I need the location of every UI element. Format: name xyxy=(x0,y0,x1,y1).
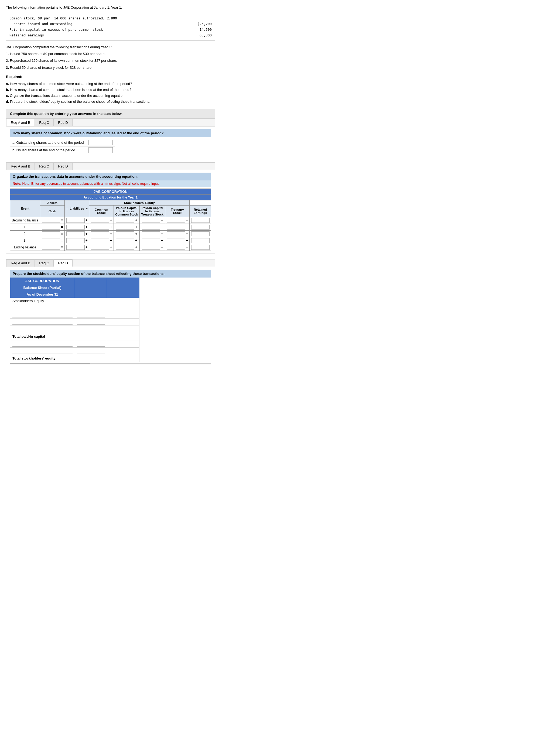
pit-2-input[interactable] xyxy=(142,231,160,236)
req-c-header-text: Organize the transactions data in accoun… xyxy=(13,175,138,179)
liab-2-input[interactable] xyxy=(66,231,85,236)
cs-1-input[interactable] xyxy=(91,225,109,230)
se-val-input-1a[interactable] xyxy=(77,305,105,310)
ts-val-input-a[interactable] xyxy=(77,348,105,354)
cs-beginning-input[interactable] xyxy=(91,218,109,223)
ts-3-input[interactable] xyxy=(167,238,185,243)
req-a-input[interactable] xyxy=(88,140,113,145)
se-label-input-3[interactable] xyxy=(12,319,73,325)
re-2-input[interactable] xyxy=(191,231,210,236)
cash-beginning: = xyxy=(40,217,65,224)
tab-req-ab-1[interactable]: Req A and B xyxy=(6,119,35,126)
liab-beginning: + xyxy=(65,217,89,224)
re-label-input[interactable] xyxy=(12,341,73,347)
se-label-input-4[interactable] xyxy=(12,327,73,332)
acct-table-title: Accounting Equation for the Year 1 xyxy=(10,194,211,200)
bal-as-of: As of December 31 xyxy=(10,291,75,298)
total-se-val-2 xyxy=(107,355,139,362)
tab-bar-3: Req A and B Req C Req D xyxy=(6,259,215,267)
transactions-section: JAE Corporation completed the following … xyxy=(6,44,215,71)
total-se-input[interactable] xyxy=(109,356,137,361)
bal-title-col-1 xyxy=(75,284,107,291)
re-val-input-a[interactable] xyxy=(77,341,105,347)
cash-beginning-input[interactable] xyxy=(42,218,60,223)
cash-3-input[interactable] xyxy=(42,238,60,243)
re-1-input[interactable] xyxy=(191,225,210,230)
cash-end-input[interactable] xyxy=(42,245,60,250)
ts-beginning-input[interactable] xyxy=(167,218,185,223)
se-input-val-1a xyxy=(75,304,107,311)
req-b-input-cell xyxy=(86,146,115,154)
ts-label-input[interactable] xyxy=(12,348,73,354)
ts-input-label xyxy=(10,347,75,355)
req-d-header: Prepare the stockholders' equity section… xyxy=(10,270,211,278)
pic-beginning-input[interactable] xyxy=(116,218,134,223)
pit-beginning-input[interactable] xyxy=(142,218,160,223)
liab-end-input[interactable] xyxy=(66,245,85,250)
required-section: Required: a. How many shares of common s… xyxy=(6,74,215,105)
pic-1-input[interactable] xyxy=(116,225,134,230)
cash-1-input[interactable] xyxy=(42,225,60,230)
se-val-input-4a[interactable] xyxy=(77,327,105,332)
pic-beginning: + xyxy=(114,217,139,224)
tab-req-c-3[interactable]: Req C xyxy=(35,259,54,267)
se-val-input-3a[interactable] xyxy=(77,319,105,325)
req-d-header-text: Prepare the stockholders' equity section… xyxy=(13,272,165,276)
liab-1-input[interactable] xyxy=(66,225,85,230)
tab-req-c-2[interactable]: Req C xyxy=(35,163,54,170)
total-paid-in-input-1[interactable] xyxy=(77,334,105,339)
pic-end-input[interactable] xyxy=(116,245,134,250)
req-c-note-label: Note: Note: Enter any decreases to accou… xyxy=(13,182,160,186)
se-val-input-2a[interactable] xyxy=(77,312,105,317)
ts-2-input[interactable] xyxy=(167,231,185,236)
pic-2-input[interactable] xyxy=(116,231,134,236)
pic-3-input[interactable] xyxy=(116,238,134,243)
tab-req-d-1[interactable]: Req D xyxy=(53,119,73,126)
pit-1-input[interactable] xyxy=(142,225,160,230)
row-1: 1. = + + + − + xyxy=(10,224,211,230)
event-2: 2. xyxy=(10,230,40,237)
req-ab-section: Req A and B Req C Req D How many shares … xyxy=(6,119,215,157)
event-ending: Ending balance xyxy=(10,244,40,251)
col-paid-excess-treasury: Paid-in CapitalIn ExcessTreasury Stock xyxy=(140,205,165,217)
acct-eq-wrapper: JAE CORPORATION Accounting Equation for … xyxy=(10,189,211,251)
re-beginning-input[interactable] xyxy=(191,218,210,223)
tab-req-d-2[interactable]: Req D xyxy=(53,163,73,170)
se-input-val-4a xyxy=(75,326,107,333)
re-row xyxy=(10,340,139,347)
liab-3-input[interactable] xyxy=(66,238,85,243)
pit-3-input[interactable] xyxy=(142,238,160,243)
liab-beginning-input[interactable] xyxy=(66,218,85,223)
bal-col-1 xyxy=(75,278,107,284)
tab-req-d-3[interactable]: Req D xyxy=(53,259,73,267)
re-input-val-b xyxy=(107,340,139,347)
se-label-input-1[interactable] xyxy=(12,305,73,310)
re-end-input[interactable] xyxy=(191,245,210,250)
req-c-note: Note: Note: Enter any decreases to accou… xyxy=(10,180,211,187)
total-paid-in-input-2[interactable] xyxy=(109,334,137,339)
tab-req-c-1[interactable]: Req C xyxy=(35,119,54,126)
pit-end-input[interactable] xyxy=(142,245,160,250)
tab-req-ab-3[interactable]: Req A and B xyxy=(6,259,35,267)
req-b-input[interactable] xyxy=(88,147,113,153)
re-3-input[interactable] xyxy=(191,238,210,243)
cs-3-input[interactable] xyxy=(91,238,109,243)
row-3: 3. = + + + − + xyxy=(10,237,211,244)
ts-row xyxy=(10,347,139,355)
se-val-1 xyxy=(75,298,107,304)
col-paid-excess-common: Paid-in CapitalIn ExcessCommon Stock xyxy=(114,205,139,217)
req-a-input-cell xyxy=(86,139,115,146)
ts-end-input[interactable] xyxy=(167,245,185,250)
complete-box: Complete this question by entering your … xyxy=(6,109,215,119)
cs-end-input[interactable] xyxy=(91,245,109,250)
ts-1-input[interactable] xyxy=(167,225,185,230)
tab-req-ab-2[interactable]: Req A and B xyxy=(6,163,35,170)
trans-2: 2. Repurchased 160 shares of its own com… xyxy=(6,57,215,64)
cash-2-input[interactable] xyxy=(42,231,60,236)
re-input-label xyxy=(10,340,75,347)
se-label-input-2[interactable] xyxy=(12,312,73,317)
cs-2-input[interactable] xyxy=(91,231,109,236)
tab-content-ab: How many shares of common stock were out… xyxy=(6,126,215,157)
req-b-label: b. Issued shares at the end of the perio… xyxy=(10,146,86,154)
balance-sheet-table: JAE CORPORATION Balance Sheet (Partial) … xyxy=(10,278,139,362)
